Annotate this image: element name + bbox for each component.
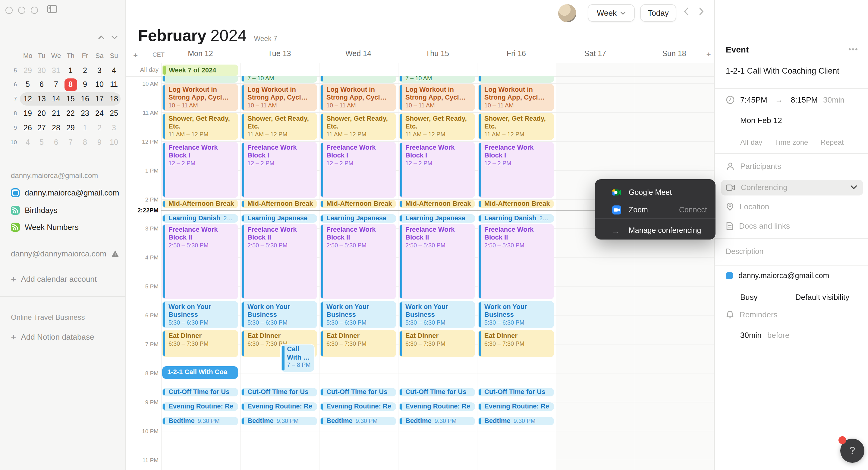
participants-row[interactable]: Participants	[726, 162, 781, 171]
minical-day[interactable]: 29	[63, 122, 78, 134]
minical-day[interactable]: 6	[34, 79, 49, 90]
calendar-event[interactable]: Log Workout in Strong App, Cycl…10 – 11 …	[478, 84, 554, 111]
minical-day[interactable]: 26	[21, 122, 35, 134]
day-header[interactable]: Sat 17	[556, 50, 635, 60]
sidebar-calendar-item[interactable]: danny.maiorca@gmail.com	[11, 188, 119, 197]
calendar-event[interactable]: Freelance Work Block I12 – 2 PM	[399, 142, 475, 198]
minical-day[interactable]: 17	[92, 93, 107, 105]
calendar-event[interactable]: Work on Your Business5:30 – 6:30 PM	[320, 301, 396, 328]
time-grid[interactable]: 10 AM11 AM12 PM1 PM2 PM3 PM4 PM5 PM6 PM7…	[126, 76, 714, 470]
user-avatar[interactable]	[558, 4, 576, 22]
minical-day[interactable]: 1	[63, 64, 78, 77]
calendar-event[interactable]	[478, 76, 554, 82]
minical-day[interactable]: 4	[21, 136, 35, 148]
minical-day[interactable]: 9	[92, 136, 107, 148]
calendar-event[interactable]: Work on Your Business5:30 – 6:30 PM	[162, 301, 238, 328]
calendar-event[interactable]: Bedtime9:30 PM	[320, 417, 396, 425]
minical-day[interactable]: 13	[34, 93, 49, 105]
calendar-event[interactable]: Learning Danish2…	[478, 214, 554, 222]
more-options-icon[interactable]: •••	[848, 45, 858, 54]
calendar-event[interactable]: Shower, Get Ready, Etc.11 AM – 12 PM	[320, 113, 396, 140]
calendar-event[interactable]: Evening Routine: Re	[241, 403, 317, 411]
add-calendar-account-button[interactable]: + Add calendar account	[11, 274, 97, 284]
calendar-event[interactable]: Evening Routine: Re	[320, 403, 396, 411]
minical-day[interactable]: 23	[78, 108, 92, 119]
add-notion-database-button[interactable]: + Add Notion database	[11, 332, 94, 342]
calendar-event[interactable]: Work on Your Business5:30 – 6:30 PM	[399, 301, 475, 328]
minical-day[interactable]: 25	[107, 108, 121, 119]
minical-day[interactable]: 8	[78, 136, 92, 148]
minical-day[interactable]: 19	[21, 108, 35, 119]
calendar-event[interactable]: Work on Your Business5:30 – 6:30 PM	[478, 301, 554, 328]
minical-day[interactable]: 10	[92, 79, 107, 90]
next-week-button[interactable]	[699, 7, 704, 18]
calendar-event[interactable]: Eat Dinner6:30 – 7:30 PM	[162, 330, 238, 357]
calendar-event[interactable]: Freelance Work Block I12 – 2 PM	[162, 142, 238, 198]
calendar-event[interactable]	[162, 76, 238, 82]
event-date-field[interactable]: Mon Feb 12	[740, 116, 782, 125]
sidebar-toggle-icon[interactable]	[47, 5, 57, 16]
calendar-event[interactable]: Log Workout in Strong App, Cycl…10 – 11 …	[162, 84, 238, 111]
minical-day[interactable]: 6	[49, 136, 63, 148]
today-button[interactable]: Today	[640, 4, 676, 22]
calendar-event[interactable]: Freelance Work Block II2:50 – 5:30 PM	[241, 224, 317, 299]
minical-day[interactable]: 5	[34, 136, 49, 148]
minical-day[interactable]: 9	[78, 79, 92, 90]
calendar-event[interactable]: Shower, Get Ready, Etc.11 AM – 12 PM	[162, 113, 238, 140]
zoom-window-button[interactable]	[31, 7, 38, 14]
calendar-event[interactable]: Log Workout in Strong App, Cycl…10 – 11 …	[241, 84, 317, 111]
minical-day[interactable]: 7	[49, 79, 63, 90]
calendar-event[interactable]: Learning Japanese	[241, 214, 317, 222]
minical-day[interactable]: 30	[34, 64, 49, 77]
calendar-event[interactable]: Freelance Work Block I12 – 2 PM	[320, 142, 396, 198]
calendar-event[interactable]: Freelance Work Block II2:50 – 5:30 PM	[320, 224, 396, 299]
minical-day[interactable]: 21	[49, 108, 63, 119]
day-header[interactable]: Mon 12	[161, 50, 240, 60]
calendar-event[interactable]: Cut-Off Time for Us	[320, 388, 396, 396]
allday-event-week-pill[interactable]: Week 7 of 2024	[162, 64, 238, 76]
calendar-event[interactable]: Bedtime9:30 PM	[241, 417, 317, 425]
minical-day-today[interactable]: 8	[64, 78, 77, 91]
calendar-event[interactable]: Freelance Work Block II2:50 – 5:30 PM	[478, 224, 554, 299]
reminders-row[interactable]: Reminders	[726, 310, 778, 319]
calendar-event[interactable]: Mid-Afternoon Break	[162, 200, 238, 208]
calendar-event[interactable]: 7 – 10 AM	[399, 76, 475, 82]
menu-item-zoom[interactable]: Zoom Connect	[595, 201, 715, 219]
docs-row[interactable]: Docs and links	[726, 222, 790, 231]
calendar-event[interactable]: Shower, Get Ready, Etc.11 AM – 12 PM	[478, 113, 554, 140]
minimize-window-button[interactable]	[18, 7, 25, 14]
calendar-event[interactable]: 1-2-1 Call With Coa	[162, 366, 238, 379]
view-selector-button[interactable]: Week	[588, 4, 635, 22]
minical-day[interactable]: 29	[21, 64, 35, 77]
description-field[interactable]: Description	[726, 247, 764, 256]
connect-action[interactable]: Connect	[679, 206, 707, 214]
add-event-icon[interactable]: +	[133, 51, 138, 60]
reminder-value[interactable]: 30min	[740, 331, 762, 340]
minical-day[interactable]: 24	[92, 108, 107, 119]
minical-day[interactable]: 2	[78, 64, 92, 77]
calendar-event[interactable]: Eat Dinner6:30 – 7:30 PM	[478, 330, 554, 357]
calendar-event[interactable]: Mid-Afternoon Break	[241, 200, 317, 208]
minical-day[interactable]: 27	[34, 122, 49, 134]
calendar-event[interactable]: Cut-Off Time for Us	[399, 388, 475, 396]
calendar-event[interactable]: Mid-Afternoon Break	[320, 200, 396, 208]
minical-day[interactable]: 10	[107, 136, 121, 148]
sidebar-calendar-item[interactable]: Week Numbers	[11, 223, 79, 232]
close-window-button[interactable]	[5, 7, 13, 14]
calendar-event[interactable]: Shower, Get Ready, Etc.11 AM – 12 PM	[399, 113, 475, 140]
repeat-button[interactable]: Repeat	[820, 138, 844, 147]
minical-day[interactable]: 3	[107, 122, 121, 134]
calendar-event[interactable]: Freelance Work Block I12 – 2 PM	[478, 142, 554, 198]
minical-day[interactable]: 2	[92, 122, 107, 134]
visibility-selector[interactable]: Default visibility	[795, 293, 849, 302]
day-header[interactable]: Wed 14	[319, 50, 398, 60]
minical-day[interactable]: 1	[78, 122, 92, 134]
account-header-secondary[interactable]: danny@dannymaiorca.com	[11, 249, 120, 258]
day-header[interactable]: Fri 16	[477, 50, 556, 60]
timezone-button[interactable]: Time zone	[775, 138, 808, 147]
day-header[interactable]: Sun 18	[635, 50, 714, 60]
minical-day[interactable]: 16	[78, 93, 92, 105]
location-row[interactable]: Location	[726, 202, 769, 211]
calendar-event[interactable]: Work on Your Business5:30 – 6:30 PM	[241, 301, 317, 328]
calendar-event[interactable]: Bedtime9:30 PM	[399, 417, 475, 425]
